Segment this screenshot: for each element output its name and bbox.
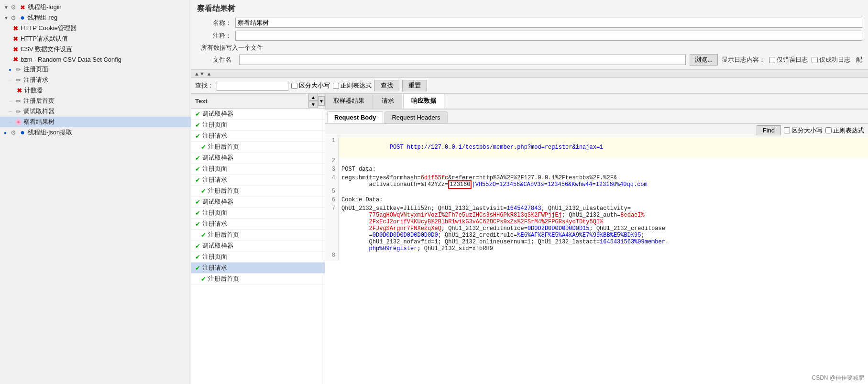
code-line-7: 7 QhU1_2132_saltkey=JlLli52n; QhU1_2132_…	[325, 205, 868, 252]
result-item-after1[interactable]: ✔ 注册后首页	[191, 142, 325, 153]
result-item-page3[interactable]: ✔ 注册页面	[191, 208, 325, 219]
only-error-label: 仅错误日志	[777, 55, 808, 64]
result-label-debug4: 调试取样器	[202, 241, 233, 250]
subtab-request-body[interactable]: Request Body	[327, 111, 383, 123]
result-item-req1[interactable]: ✔ 注册请求	[191, 131, 325, 142]
line-content-1: POST http://127.0.0.1/testbbs/member.php…	[339, 137, 868, 157]
result-item-after3[interactable]: ✔ 注册后首页	[191, 230, 325, 241]
results-area: Text ▲ ▼ ▼ ✔ 调试取样器 ✔ 注册页面	[191, 94, 868, 384]
result-item-page4[interactable]: ✔ 注册页面	[191, 252, 325, 263]
case-sensitive-checkbox[interactable]: 区分大小写	[291, 81, 330, 90]
post-blue1: |VH55zO=123456&CAoV3s=123456&Kwhw44=1231…	[472, 181, 647, 188]
tab-response-data[interactable]: 响应数据	[403, 94, 444, 109]
check-icon-after4: ✔	[201, 275, 206, 283]
case-detail-check[interactable]	[784, 127, 790, 133]
only-error-checkbox[interactable]: 仅错误日志	[769, 55, 808, 64]
cookie-red1: 775agHOWqVNtyxm1rVozI%2Fh7e5uzIHCs3sHH6P…	[369, 212, 562, 219]
line-num-3: 3	[325, 166, 339, 175]
sidebar-item-chakan-tree[interactable]: ─ 🌸 察看结果树	[0, 117, 191, 127]
sidebar-item-counter[interactable]: ✖ 计数器	[0, 85, 191, 96]
subtab-request-headers[interactable]: Request Headers	[385, 111, 447, 123]
x-icon-counter: ✖	[15, 87, 23, 94]
sidebar-label-http-cookie: HTTP Cookie管理器	[21, 24, 77, 33]
browse-button[interactable]: 浏览...	[690, 54, 718, 66]
regex-checkbox[interactable]: 正则表达式	[333, 81, 372, 90]
line-content-6: Cookie Data:	[339, 197, 868, 205]
sidebar-item-bzm-csv[interactable]: ✖ bzm - Random CSV Data Set Config	[0, 55, 191, 64]
tree-arrow-up[interactable]: ▲	[308, 94, 318, 101]
creditrule-val: %E6%AF%8F%E5%A4%A9%E7%99%BB%E5%BD%95	[517, 232, 641, 239]
line-content-8	[339, 252, 868, 261]
result-item-debug3[interactable]: ✔ 调试取样器	[191, 197, 325, 208]
find-button-detail[interactable]: Find	[757, 125, 781, 135]
sub-tabs: Request Body Request Headers	[325, 110, 868, 124]
tree-icon-chakan: 🌸	[14, 118, 22, 126]
result-label-page2: 注册页面	[202, 165, 227, 173]
results-tree-arrows: ▲ ▼	[308, 94, 318, 108]
case-detail-checkbox[interactable]: 区分大小写	[784, 126, 823, 135]
regex-detail-check[interactable]	[825, 127, 832, 133]
result-item-page2[interactable]: ✔ 注册页面	[191, 164, 325, 175]
result-item-after2[interactable]: ✔ 注册后首页	[191, 186, 325, 197]
sidebar-item-xzx-login[interactable]: ▼ ⚙ ✖ 线程组-login	[0, 2, 191, 12]
check-icon-page3: ✔	[195, 209, 200, 217]
regex-check[interactable]	[333, 83, 339, 89]
filename-input[interactable]	[239, 55, 686, 65]
pencil-icon-zhuce-req: ✏	[14, 76, 22, 84]
sidebar-item-http-default[interactable]: ✖ HTTP请求默认值	[0, 33, 191, 44]
result-item-after4[interactable]: ✔ 注册后首页	[191, 274, 325, 285]
pencil-icon-zhuce-page: ✏	[14, 66, 22, 73]
only-error-check[interactable]	[769, 57, 775, 63]
tab-request[interactable]: 请求	[374, 94, 402, 109]
only-success-checkbox[interactable]: 仅成功日志	[812, 55, 850, 64]
sidebar-item-xzx-json[interactable]: ● ⚙ ● 线程组-json提取	[0, 127, 191, 138]
find-button[interactable]: 查找	[374, 80, 399, 91]
check-icon-req1: ✔	[195, 132, 200, 140]
check-icon-debug3: ✔	[195, 198, 200, 206]
tree-arrow-down[interactable]: ▼	[308, 101, 318, 108]
sidebar-item-http-cookie[interactable]: ✖ HTTP Cookie管理器	[0, 23, 191, 33]
name-input[interactable]	[235, 18, 862, 28]
search-input[interactable]	[217, 81, 288, 91]
sidebar-item-csv-config[interactable]: ✖ CSV 数据文件设置	[0, 44, 191, 55]
sidebar-item-debug-sampler[interactable]: ─ ✏ 调试取样器	[0, 106, 191, 117]
result-label-req3: 注册请求	[202, 219, 227, 228]
tab-sampler-result[interactable]: 取样器结果	[325, 94, 373, 109]
expand-arrow-reg[interactable]: ▼	[4, 15, 9, 21]
result-item-debug2[interactable]: ✔ 调试取样器	[191, 153, 325, 164]
regex-detail-checkbox[interactable]: 正则表达式	[825, 126, 864, 135]
code-view: 1 POST http://127.0.0.1/testbbs/member.p…	[325, 137, 868, 384]
detail-tabs: 取样器结果 请求 响应数据	[325, 94, 868, 110]
gear-icon-reg: ⚙	[10, 14, 17, 22]
result-label-after3: 注册后首页	[208, 230, 239, 239]
collapse-btn2[interactable]: ▲	[207, 71, 212, 77]
case-sensitive-check[interactable]	[291, 83, 297, 89]
sidebar-item-zhuce-req[interactable]: ─ ✏ 注册请求	[0, 75, 191, 85]
check-icon-req2: ✔	[195, 176, 200, 184]
result-item-req4-selected[interactable]: ✔ 注册请求	[191, 263, 325, 274]
sidebar-item-zhuce-page[interactable]: ● ✏ 注册页面	[0, 64, 191, 75]
results-tree: Text ▲ ▼ ▼ ✔ 调试取样器 ✔ 注册页面	[191, 94, 325, 384]
code-line-3: 3 POST data:	[325, 166, 868, 175]
result-item-debug1[interactable]: ✔ 调试取样器	[191, 109, 325, 120]
dash-after-page: ─	[9, 99, 13, 104]
results-tree-label: Text	[191, 96, 308, 107]
collapse-all-btn[interactable]: ▲▼	[194, 71, 205, 77]
sidebar-item-xzx-reg[interactable]: ▼ ⚙ ● 线程组-reg	[0, 12, 191, 23]
code-line-4: 4 regsubmit=yes&formhash=6d1f55fc&refere…	[325, 175, 868, 188]
check-icon-debug1: ✔	[195, 110, 200, 118]
code-line-1: 1 POST http://127.0.0.1/testbbs/member.p…	[325, 137, 868, 157]
result-item-page1[interactable]: ✔ 注册页面	[191, 120, 325, 131]
sidebar-label-chakan-tree: 察看结果树	[23, 118, 55, 126]
dropdown-arrow[interactable]: ▼	[318, 96, 325, 106]
result-item-debug4[interactable]: ✔ 调试取样器	[191, 241, 325, 252]
collapse-arrow-login[interactable]: ▼	[4, 5, 9, 10]
comment-input[interactable]	[235, 31, 862, 41]
line-num-6: 6	[325, 197, 339, 205]
sidebar-item-after-page[interactable]: ─ ✏ 注册后首页	[0, 96, 191, 106]
only-success-check[interactable]	[812, 57, 818, 63]
result-item-req3[interactable]: ✔ 注册请求	[191, 219, 325, 230]
result-item-req2[interactable]: ✔ 注册请求	[191, 175, 325, 186]
result-label-req2: 注册请求	[202, 176, 227, 184]
reset-button[interactable]: 重置	[402, 80, 427, 91]
